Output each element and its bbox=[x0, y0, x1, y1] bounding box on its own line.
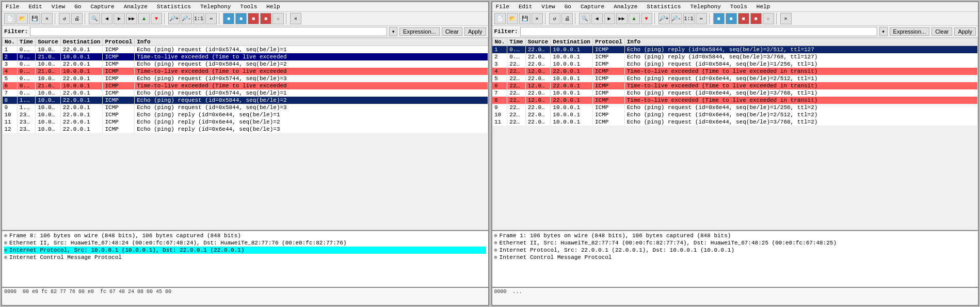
col-time[interactable]: Time bbox=[17, 38, 35, 46]
tb-new[interactable]: 📄 bbox=[4, 13, 15, 24]
r-tb-reload[interactable]: ↺ bbox=[549, 13, 560, 24]
tb-stop[interactable]: ▲ bbox=[138, 13, 150, 24]
tb-forward[interactable]: ▶ bbox=[114, 13, 125, 24]
table-row[interactable]: 922.66700022.0.0.110.0.0.1ICMPEcho (ping… bbox=[492, 104, 978, 111]
col-info[interactable]: Info bbox=[135, 38, 488, 46]
menu-capture[interactable]: Capture bbox=[89, 3, 116, 10]
tb-back[interactable]: ◀ bbox=[101, 13, 113, 24]
r-menu-analyze[interactable]: Analyze bbox=[612, 3, 639, 10]
table-row[interactable]: 70.03100010.0.0.122.0.0.1ICMPEcho (ping)… bbox=[3, 89, 488, 97]
r-tb-resize[interactable]: ⇔ bbox=[696, 13, 707, 24]
r-tb-img2[interactable]: ■ bbox=[726, 13, 737, 24]
r-col-destination[interactable]: Destination bbox=[551, 38, 593, 46]
r-tb-x[interactable]: ✕ bbox=[780, 13, 792, 24]
r-menu-view[interactable]: View bbox=[540, 3, 556, 10]
tb-resize[interactable]: ⇔ bbox=[205, 13, 217, 24]
table-row[interactable]: 1123.75900010.0.0.122.0.0.1ICMPEcho (pin… bbox=[3, 118, 488, 126]
r-menu-edit[interactable]: Edit bbox=[517, 3, 534, 10]
r-tb-close[interactable]: ✕ bbox=[532, 13, 543, 24]
tb-img3[interactable]: ■ bbox=[248, 13, 259, 24]
r-tb-img3[interactable]: ■ bbox=[738, 13, 749, 24]
detail-row-3[interactable]: ⊕ Internet Control Message Protocol bbox=[4, 254, 486, 261]
tb-zoom-out[interactable]: 🔎- bbox=[181, 13, 192, 24]
r-menu-tools[interactable]: Tools bbox=[729, 3, 749, 10]
tb-open[interactable]: 📂 bbox=[17, 13, 28, 24]
r-menu-help[interactable]: Help bbox=[755, 3, 772, 10]
table-row[interactable]: 20.01600022.0.0.110.0.0.1ICMPEcho (ping)… bbox=[492, 53, 978, 60]
r-filter-dropdown[interactable]: ▼ bbox=[879, 27, 888, 36]
tb-normal[interactable]: 1:1 bbox=[193, 13, 204, 24]
r-tb-zoom-in[interactable]: 🔎+ bbox=[658, 13, 670, 24]
r-tb-img4[interactable]: ■ bbox=[750, 13, 762, 24]
menu-view[interactable]: View bbox=[50, 3, 67, 10]
r-tb-stop[interactable]: ▲ bbox=[629, 13, 640, 24]
table-row[interactable]: 1223.77400010.0.0.122.0.0.1ICMPEcho (pin… bbox=[3, 126, 488, 133]
tb-x[interactable]: ✕ bbox=[290, 13, 301, 24]
r-expression-button[interactable]: Expression... bbox=[890, 27, 930, 36]
col-no[interactable]: No. bbox=[3, 38, 18, 46]
menu-go[interactable]: Go bbox=[73, 3, 83, 10]
r-detail-row-0[interactable]: ⊕ Frame 1: 106 bytes on wire (848 bits),… bbox=[494, 232, 976, 239]
tb-img1[interactable]: ■ bbox=[223, 13, 234, 24]
table-row[interactable]: 10.00000022.0.0.110.0.0.1ICMPEcho (ping)… bbox=[492, 46, 978, 54]
menu-statistics[interactable]: Statistics bbox=[155, 3, 192, 10]
menu-file[interactable]: File bbox=[4, 3, 21, 10]
menu-tools[interactable]: Tools bbox=[238, 3, 259, 10]
r-menu-statistics[interactable]: Statistics bbox=[645, 3, 682, 10]
tb-reload[interactable]: ↺ bbox=[59, 13, 70, 24]
tb-zoom-in[interactable]: 🔎+ bbox=[168, 13, 180, 24]
tb-img4[interactable]: ■ bbox=[260, 13, 271, 24]
r-detail-row-1[interactable]: ⊕ Ethernet II, Src: HuaweiTe_82:77:74 (0… bbox=[494, 239, 976, 247]
r-filter-input[interactable] bbox=[520, 27, 877, 36]
tb-print[interactable]: 🖨 bbox=[71, 13, 83, 24]
r-tb-img5[interactable]: ☆ bbox=[763, 13, 774, 24]
expression-button[interactable]: Expression... bbox=[399, 27, 440, 36]
menu-analyze[interactable]: Analyze bbox=[122, 3, 149, 10]
table-row[interactable]: 30.00000010.0.0.122.0.0.1ICMPEcho (ping)… bbox=[3, 60, 488, 68]
table-row[interactable]: 622.68300012.0.0.122.0.0.1ICMPTime-to-li… bbox=[492, 82, 978, 89]
r-menu-go[interactable]: Go bbox=[563, 3, 573, 10]
table-row[interactable]: 722.68300022.0.0.110.0.0.1ICMPEcho (ping… bbox=[492, 89, 978, 97]
table-row[interactable]: 322.65100022.0.0.110.0.0.1ICMPEcho (ping… bbox=[492, 60, 978, 68]
r-tb-print[interactable]: 🖨 bbox=[561, 13, 573, 24]
tb-info[interactable]: ▼ bbox=[151, 13, 162, 24]
r-tb-save[interactable]: 💾 bbox=[519, 13, 531, 24]
table-row[interactable]: 422.66700012.0.0.122.0.0.1ICMPTime-to-li… bbox=[492, 68, 978, 75]
menu-help[interactable]: Help bbox=[265, 3, 281, 10]
tb-close[interactable]: ✕ bbox=[41, 13, 53, 24]
r-menu-telephony[interactable]: Telephony bbox=[688, 3, 722, 10]
tb-img2[interactable]: ■ bbox=[235, 13, 247, 24]
r-tb-forward[interactable]: ▶ bbox=[604, 13, 615, 24]
detail-row-1[interactable]: ⊕ Ethernet II, Src: HuaweiTe_67:48:24 (0… bbox=[4, 239, 486, 247]
r-col-no[interactable]: No. bbox=[492, 38, 507, 46]
tb-find[interactable]: 🔍 bbox=[89, 13, 100, 24]
table-row[interactable]: 20.00000021.0.0.210.0.0.1ICMPTime-to-liv… bbox=[3, 53, 488, 60]
r-tb-open[interactable]: 📂 bbox=[507, 13, 518, 24]
r-tb-back[interactable]: ◀ bbox=[591, 13, 603, 24]
table-row[interactable]: 522.68300022.0.0.110.0.0.1ICMPEcho (ping… bbox=[492, 75, 978, 82]
detail-row-2[interactable]: ⊕ Internet Protocol, Src: 10.0.0.1 (10.0… bbox=[4, 247, 486, 254]
table-row[interactable]: 1023.75900010.0.0.122.0.0.1ICMPEcho (pin… bbox=[3, 111, 488, 118]
r-tb-zoom-out[interactable]: 🔎- bbox=[671, 13, 682, 24]
apply-button[interactable]: Apply bbox=[464, 27, 486, 36]
r-tb-img1[interactable]: ■ bbox=[713, 13, 725, 24]
table-row[interactable]: 1022.71400022.0.0.110.0.0.1ICMPEcho (pin… bbox=[492, 111, 978, 118]
filter-dropdown[interactable]: ▼ bbox=[389, 27, 397, 36]
tb-save[interactable]: 💾 bbox=[29, 13, 40, 24]
r-col-info[interactable]: Info bbox=[624, 38, 977, 46]
r-col-protocol[interactable]: Protocol bbox=[592, 38, 624, 46]
clear-button[interactable]: Clear bbox=[442, 27, 462, 36]
detail-row-0[interactable]: ⊕ Frame 8: 106 bytes on wire (848 bits),… bbox=[4, 232, 486, 239]
table-row[interactable]: 50.01500010.0.0.122.0.0.1ICMPEcho (ping)… bbox=[3, 75, 488, 82]
menu-edit[interactable]: Edit bbox=[27, 3, 43, 10]
left-packet-scroll[interactable]: No. Time Source Destination Protocol Inf… bbox=[2, 38, 488, 230]
r-apply-button[interactable]: Apply bbox=[954, 27, 976, 36]
table-row[interactable]: 91.04500010.0.0.122.0.0.1ICMPEcho (ping)… bbox=[3, 104, 488, 111]
col-destination[interactable]: Destination bbox=[60, 38, 103, 46]
right-packet-scroll[interactable]: No. Time Source Destination Protocol Inf… bbox=[492, 38, 978, 230]
tb-img5[interactable]: ☆ bbox=[272, 13, 284, 24]
filter-input[interactable] bbox=[30, 27, 387, 36]
tb-go[interactable]: ▶▶ bbox=[126, 13, 137, 24]
r-detail-row-2[interactable]: ⊕ Internet Protocol, Src: 22.0.0.1 (22.0… bbox=[494, 247, 976, 254]
r-tb-normal[interactable]: 1:1 bbox=[683, 13, 695, 24]
